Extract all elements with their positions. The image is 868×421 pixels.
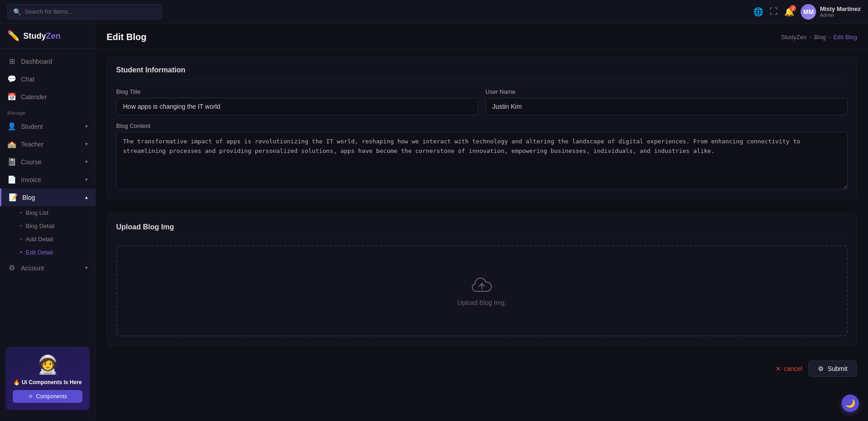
dashboard-icon: ⊞ bbox=[7, 57, 16, 66]
form-group-blog-content: Blog Content The transformative impact o… bbox=[116, 122, 848, 189]
blog-content-textarea[interactable]: The transformative impact of apps is rev… bbox=[116, 132, 848, 189]
account-icon: ⚙ bbox=[7, 264, 16, 272]
card-title-upload: Upload Blog Img bbox=[116, 223, 848, 237]
blog-content-label: Blog Content bbox=[116, 122, 848, 129]
upload-area[interactable]: Upload Blog Img. bbox=[116, 245, 848, 336]
user-name-input[interactable] bbox=[485, 98, 848, 115]
avatar: MM bbox=[801, 4, 816, 20]
promo-emoji: 🧑‍🚀 bbox=[13, 354, 82, 375]
sidebar-item-label: Course bbox=[21, 158, 41, 166]
sidebar-item-dashboard[interactable]: ⊞ Dashboard bbox=[0, 52, 95, 70]
card-title-student-info: Student Information bbox=[116, 66, 848, 80]
search-box[interactable]: 🔍 bbox=[7, 4, 162, 20]
topbar: 🔍 🌐 ⛶ 🔔 2 MM Misty Martinez Admin bbox=[0, 0, 868, 24]
sidebar-item-label: Teacher bbox=[21, 141, 44, 148]
upload-cloud-icon bbox=[470, 275, 494, 295]
sidebar-item-calender[interactable]: 📅 Calender bbox=[0, 88, 95, 106]
chevron-down-icon: ▾ bbox=[85, 141, 88, 147]
breadcrumb-studyzen: StudyZen bbox=[781, 34, 807, 41]
calendar-icon: 📅 bbox=[7, 92, 16, 101]
cancel-button[interactable]: ✕ cancel bbox=[776, 365, 802, 372]
sidebar-item-label: Account bbox=[21, 264, 44, 272]
user-name-label: User Name bbox=[485, 88, 848, 95]
user-role: Admin bbox=[820, 12, 861, 18]
blog-title-label: Blog Title bbox=[116, 88, 478, 95]
breadcrumb-sep-1: › bbox=[809, 34, 811, 41]
theme-toggle-button[interactable]: 🌙 bbox=[842, 395, 859, 412]
notification-icon[interactable]: 🔔 2 bbox=[784, 7, 794, 17]
notification-badge: 2 bbox=[790, 5, 796, 11]
sidebar-item-label: Calender bbox=[21, 93, 47, 101]
sub-item-blog-detail[interactable]: Blog Detail bbox=[16, 219, 95, 233]
page-title: Edit Blog bbox=[107, 32, 147, 42]
form-group-blog-title: Blog Title bbox=[116, 88, 478, 115]
course-icon: 📓 bbox=[7, 157, 16, 166]
submit-button[interactable]: ⚙ Submit bbox=[808, 360, 857, 377]
student-info-card: Student Information Blog Title User Name… bbox=[107, 56, 857, 199]
logo-zen: Zen bbox=[46, 31, 61, 41]
upload-label: Upload Blog Img. bbox=[457, 299, 506, 306]
user-details: Misty Martinez Admin bbox=[820, 5, 861, 18]
cancel-x-icon: ✕ bbox=[776, 365, 781, 372]
breadcrumb: StudyZen › Blog › Edit Blog bbox=[781, 34, 857, 41]
sidebar: ✏️ StudyZen ⊞ Dashboard 💬 Chat 📅 Calende… bbox=[0, 24, 96, 421]
sidebar-item-blog[interactable]: 📝 Blog ▴ bbox=[0, 188, 95, 206]
sidebar-nav: ⊞ Dashboard 💬 Chat 📅 Calender Manage 👤 S… bbox=[0, 49, 95, 341]
teacher-icon: 🏫 bbox=[7, 140, 16, 148]
submit-icon: ⚙ bbox=[818, 365, 824, 372]
sidebar-item-label: Chat bbox=[21, 76, 35, 83]
chevron-down-icon: ▾ bbox=[85, 123, 88, 129]
sidebar-logo: ✏️ StudyZen bbox=[0, 24, 95, 49]
form-group-user-name: User Name bbox=[485, 88, 848, 115]
blog-sub-menu: Blog List Blog Detail Add Detail Edit De… bbox=[0, 206, 95, 259]
breadcrumb-edit-blog: Edit Blog bbox=[833, 34, 857, 41]
chat-icon: 💬 bbox=[7, 75, 16, 83]
breadcrumb-sep-2: › bbox=[829, 34, 831, 41]
sidebar-item-label: Dashboard bbox=[21, 58, 52, 65]
search-input[interactable] bbox=[25, 8, 156, 15]
blog-title-input[interactable] bbox=[116, 98, 478, 115]
manage-label: Manage bbox=[0, 106, 95, 117]
sidebar-item-account[interactable]: ⚙ Account ▾ bbox=[0, 259, 95, 277]
sidebar-item-label: Blog bbox=[22, 194, 35, 201]
user-info: MM Misty Martinez Admin bbox=[801, 4, 861, 20]
sidebar-item-chat[interactable]: 💬 Chat bbox=[0, 70, 95, 88]
page-header: Edit Blog StudyZen › Blog › Edit Blog bbox=[96, 24, 868, 49]
sidebar-item-teacher[interactable]: 🏫 Teacher ▾ bbox=[0, 135, 95, 153]
sidebar-item-student[interactable]: 👤 Student ▾ bbox=[0, 117, 95, 135]
chevron-down-icon: ▾ bbox=[85, 177, 88, 183]
fullscreen-icon[interactable]: ⛶ bbox=[770, 7, 778, 16]
sidebar-item-label: Invoice bbox=[21, 176, 41, 183]
user-name: Misty Martinez bbox=[820, 5, 861, 12]
sub-item-add-detail[interactable]: Add Detail bbox=[16, 233, 95, 246]
logo-study: Study bbox=[23, 31, 46, 41]
promo-button[interactable]: ⚛ Components bbox=[13, 390, 82, 403]
chevron-up-icon: ▴ bbox=[85, 194, 88, 200]
invoice-icon: 📄 bbox=[7, 175, 16, 184]
blog-icon: 📝 bbox=[9, 193, 18, 202]
chevron-down-icon: ▾ bbox=[85, 265, 88, 271]
chevron-down-icon: ▾ bbox=[85, 159, 88, 165]
sub-item-edit-detail[interactable]: Edit Detail bbox=[16, 246, 95, 259]
breadcrumb-blog: Blog bbox=[814, 34, 826, 41]
components-icon: ⚛ bbox=[28, 393, 33, 400]
upload-card: Upload Blog Img Upload Blog Img. bbox=[107, 213, 857, 346]
topbar-right: 🌐 ⛶ 🔔 2 MM Misty Martinez Admin bbox=[753, 4, 861, 20]
footer-actions: ✕ cancel ⚙ Submit bbox=[96, 353, 868, 384]
student-icon: 👤 bbox=[7, 122, 16, 131]
search-icon: 🔍 bbox=[13, 8, 21, 15]
promo-title: 🔥 Ui Components Is Here bbox=[13, 379, 82, 385]
translate-icon[interactable]: 🌐 bbox=[753, 7, 763, 17]
main-content: Edit Blog StudyZen › Blog › Edit Blog St… bbox=[96, 24, 868, 421]
sidebar-item-invoice[interactable]: 📄 Invoice ▾ bbox=[0, 171, 95, 188]
form-row-title-username: Blog Title User Name bbox=[116, 88, 848, 115]
sidebar-item-label: Student bbox=[21, 123, 43, 130]
sub-item-blog-list[interactable]: Blog List bbox=[16, 206, 95, 219]
sidebar-item-course[interactable]: 📓 Course ▾ bbox=[0, 153, 95, 171]
promo-card: 🧑‍🚀 🔥 Ui Components Is Here ⚛ Components bbox=[5, 347, 90, 410]
